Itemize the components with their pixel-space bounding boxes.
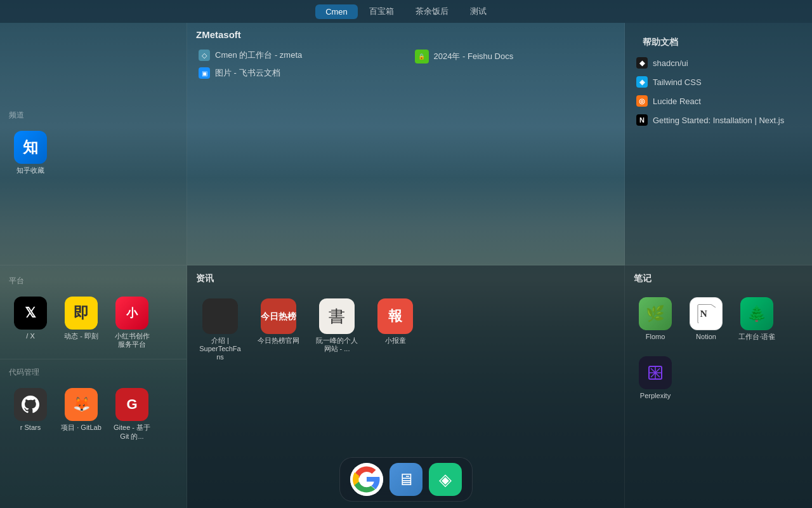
app-label-gitlab: 项目 · GitLab [61,424,102,432]
rihao-icon: 今日热榜 [261,298,296,334]
info-title: 资讯 [187,265,624,290]
link-tailwind[interactable]: ◈ Tailwind CSS [634,72,803,91]
app-label-ruan: 阮一峰的个人网站 - ... [315,337,359,353]
app-label-zhihu: 知乎收藏 [16,166,44,175]
link-shadcn-text: shadcn/ui [653,58,688,68]
twitter-icon: 𝕏 [14,297,47,330]
link-images-feishu-text: 图片 - 飞书云文档 [215,67,280,79]
app-label-rihao: 今日热榜官网 [258,337,299,345]
app-jike[interactable]: 即 动态 - 即刻 [58,294,104,351]
panel-platform-code: 平台 𝕏 / X 即 动态 - 即刻 小 小红书创作服务平台 [0,265,187,508]
tailwind-icon: ◈ [636,76,648,88]
link-cmen-workspace-text: Cmen 的工作台 - zmeta [215,50,302,61]
section-title-channel: 频道 [0,105,187,123]
link-lucide-text: Lucide React [653,97,701,106]
app-label-xiaobao: 小报童 [385,337,406,345]
divider-1 [0,359,187,359]
notes-app-grid-2: Perplexity [625,349,812,408]
app-supertech[interactable]: 介绍 | SuperTechFans [195,296,246,364]
link-2024-feishu[interactable]: 🔒 2024年 - Feishu Docs [412,46,616,67]
link-cmen-workspace[interactable]: ◇ Cmen 的工作台 - zmeta [196,46,400,64]
app-xiaohongshu[interactable]: 小 小红书创作服务平台 [109,294,155,351]
flomo-icon: 🌿 [639,297,672,330]
panel-help-docs: 帮助文档 ◆ shadcn/ui ◈ Tailwind CSS ◎ Lucide… [625,23,812,265]
images-feishu-icon: ▣ [199,67,210,79]
app-label-notion: Notion [696,333,716,341]
svg-text:N: N [700,308,707,319]
dock: 🖥 ◈ [339,457,473,502]
notes-title: 笔记 [625,265,812,290]
2024-feishu-icon: 🔒 [415,50,429,64]
app-flomo[interactable]: 🌿 Flomo [632,295,678,344]
tab-baibao[interactable]: 百宝箱 [359,3,404,20]
app-xiaobao[interactable]: 報 小报童 [370,296,421,364]
link-images-feishu[interactable]: ▣ 图片 - 飞书云文档 [196,64,400,82]
desktop-icon: 🖥 [390,463,422,496]
app-grid-channel: 知 知乎收藏 [0,123,187,182]
tab-ceshi[interactable]: 测试 [460,3,497,20]
panel-zmetasoft: ZMetasoft ◇ Cmen 的工作台 - zmeta ▣ 图片 - 飞书云… [187,23,625,265]
dock-desktop[interactable]: 🖥 [390,463,422,496]
zhihu-icon: 知 [14,131,47,164]
app-gitlab[interactable]: 🦊 项目 · GitLab [58,385,104,443]
app-label-twitter: / X [26,332,34,340]
github-icon [14,388,47,421]
tab-chayufanbei[interactable]: 茶余饭后 [405,3,459,20]
jike-icon: 即 [65,297,98,330]
zmetasoft-title: ZMetasoft [196,29,615,40]
nextjs-icon: N [636,114,648,126]
link-shadcn[interactable]: ◆ shadcn/ui [634,53,803,72]
section-title-platform: 平台 [0,271,187,289]
link-nextjs-text: Getting Started: Installation | Next.js [653,116,784,125]
app-label-yuque: 工作台·语雀 [738,333,775,341]
app-perplexity[interactable]: Perplexity [632,354,678,403]
notes-app-grid: 🌿 Flomo N Notion 🌲 [625,290,812,349]
panel-notes: 笔记 🌿 Flomo N Notion [625,265,812,508]
dock-chatgpt[interactable]: ◈ [429,463,462,496]
app-label-xiaohongshu: 小红书创作服务平台 [112,332,152,349]
app-label-github: r Stars [20,424,41,432]
shadcn-icon: ◆ [636,57,648,69]
help-docs-title: 帮助文档 [634,29,803,53]
info-app-grid: 介绍 | SuperTechFans 今日热榜 今日热榜官网 書 阮一峰的个人网… [187,290,624,371]
link-tailwind-text: Tailwind CSS [653,77,702,87]
app-gitee[interactable]: G Gitee - 基于 Git 的... [109,385,155,443]
app-label-supertech: 介绍 | SuperTechFans [198,337,242,362]
app-grid-platform: 𝕏 / X 即 动态 - 即刻 小 小红书创作服务平台 [0,289,187,356]
app-yuque[interactable]: 🌲 工作台·语雀 [734,295,780,344]
link-nextjs[interactable]: N Getting Started: Installation | Next.j… [634,110,803,130]
xiaohongshu-icon: 小 [115,297,148,330]
section-title-code: 代码管理 [0,362,187,380]
perplexity-icon [639,356,672,389]
gitlab-icon: 🦊 [65,388,98,421]
app-label-jike: 动态 - 即刻 [64,332,98,340]
chatgpt-icon: ◈ [429,463,462,496]
link-lucide[interactable]: ◎ Lucide React [634,91,803,110]
app-rihao[interactable]: 今日热榜 今日热榜官网 [253,296,304,364]
app-notion[interactable]: N Notion [683,295,729,344]
app-grid-code: r Stars 🦊 项目 · GitLab G Gitee - 基于 Git 的… [0,380,187,448]
app-label-flomo: Flomo [646,333,665,341]
app-label-perplexity: Perplexity [640,392,671,400]
main-grid: 频道 知 知乎收藏 ZMetasoft ◇ Cmen 的工作台 - zmeta [0,23,812,508]
google-icon [350,463,383,496]
app-label-gitee: Gitee - 基于 Git 的... [112,424,152,440]
gitee-icon: G [115,388,148,421]
app-ruan[interactable]: 書 阮一峰的个人网站 - ... [311,296,362,364]
app-twitter[interactable]: 𝕏 / X [8,294,53,351]
notion-icon: N [690,297,723,330]
cmen-workspace-icon: ◇ [199,50,210,61]
panel-channel: 频道 知 知乎收藏 [0,23,187,265]
tab-cmen[interactable]: Cmen [315,4,358,19]
lucide-icon: ◎ [636,95,648,107]
link-2024-feishu-text: 2024年 - Feishu Docs [434,51,514,62]
app-zhihu[interactable]: 知 知乎收藏 [8,128,53,177]
navbar: Cmen 百宝箱 茶余饭后 测试 [0,0,812,23]
dock-google[interactable] [350,463,383,496]
supertech-icon [202,298,238,334]
xiaobao-icon: 報 [377,298,413,334]
app-github[interactable]: r Stars [8,385,53,443]
ruan-icon: 書 [319,298,355,334]
yuque-icon: 🌲 [740,297,773,330]
